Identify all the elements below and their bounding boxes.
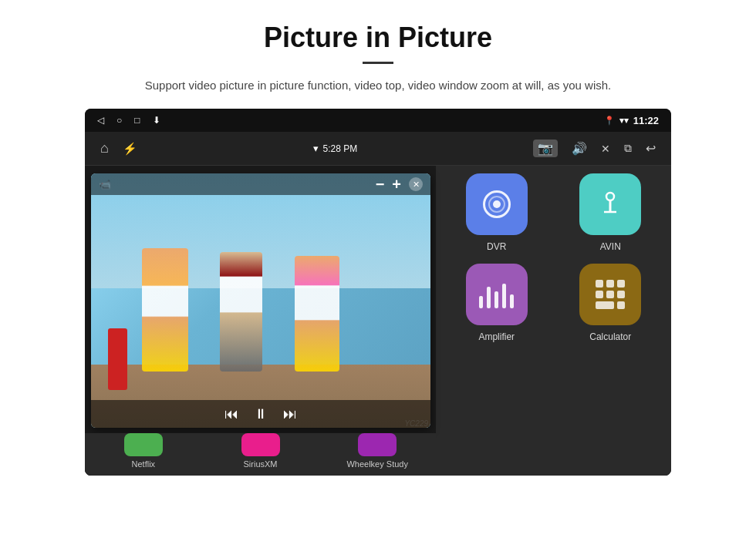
close-window-icon[interactable]: ✕ <box>601 143 610 155</box>
wifi-nav-icon: ▾ <box>313 143 319 154</box>
amplifier-label: Amplifier <box>478 331 515 342</box>
avin-icon <box>579 173 641 235</box>
calc-key-wide <box>596 301 614 309</box>
person-3 <box>295 256 339 372</box>
title-divider <box>363 62 393 64</box>
avin-svg <box>596 190 624 218</box>
status-time: 11:22 <box>633 115 659 126</box>
app-label-wheelkey: Wheelkey Study <box>319 433 436 476</box>
page-title: Picture in Picture <box>46 22 710 54</box>
pip-area: 📹 − + ✕ <box>85 166 436 476</box>
home-nav-icon[interactable]: ○ <box>116 115 122 126</box>
amp-bar-5 <box>510 294 514 308</box>
apps-grid: DVR AVIN <box>436 166 671 476</box>
dvr-icon-inner <box>483 190 511 218</box>
pip-prev-button[interactable]: ⏮ <box>224 406 238 422</box>
camera-icon[interactable]: 📷 <box>533 140 558 157</box>
calc-key-7 <box>617 301 625 309</box>
pip-next-button[interactable]: ⏭ <box>283 406 297 422</box>
pip-minimize-button[interactable]: − <box>376 177 385 192</box>
dvr-dot <box>493 200 501 208</box>
calc-key-2 <box>606 280 614 287</box>
pip-maximize-button[interactable]: + <box>392 177 401 192</box>
amp-bar-4 <box>502 284 506 308</box>
pip-controls-top: − + ✕ <box>376 177 423 192</box>
calc-key-3 <box>617 280 625 287</box>
app-item-avin[interactable]: AVIN <box>562 173 660 252</box>
pip-close-icon: ✕ <box>413 180 420 190</box>
nav-bar: ⌂ ⚡ ▾ 5:28 PM 📷 🔊 ✕ ⧉ ↩ <box>85 132 671 166</box>
app-item-calculator[interactable]: Calculator <box>562 264 660 342</box>
main-content: 📹 − + ✕ <box>85 166 671 476</box>
amplifier-icon <box>466 264 528 325</box>
video-thumbnail <box>91 173 430 428</box>
amp-icon-inner <box>479 281 514 308</box>
svg-point-0 <box>606 193 614 200</box>
calc-key-4 <box>596 291 603 298</box>
calculator-label: Calculator <box>589 331 631 342</box>
pip-window[interactable]: 📹 − + ✕ <box>91 173 430 428</box>
app-label-netflix: Netflix <box>85 433 202 476</box>
device-frame: ◁ ○ □ ⬇ 📍 ▾▾ 11:22 ⌂ ⚡ ▾ 5:28 PM 📷 🔊 ✕ ⧉… <box>85 109 671 476</box>
calc-key-1 <box>596 280 603 287</box>
usb-icon[interactable]: ⚡ <box>123 142 137 156</box>
back-nav-icon[interactable]: ◁ <box>97 115 104 126</box>
app-item-dvr[interactable]: DVR <box>447 173 546 252</box>
pip-pause-button[interactable]: ⏸ <box>254 406 268 422</box>
nav-time: 5:28 PM <box>323 143 358 154</box>
pip-icon[interactable]: ⧉ <box>624 142 632 155</box>
app-item-amplifier[interactable]: Amplifier <box>447 264 546 342</box>
download-icon: ⬇ <box>153 115 160 126</box>
back-icon[interactable]: ↩ <box>646 141 656 156</box>
nav-left: ⌂ ⚡ <box>100 140 137 156</box>
person-1 <box>142 248 188 372</box>
calc-icon-inner <box>592 277 628 312</box>
status-bar-right: 📍 ▾▾ 11:22 <box>604 115 659 126</box>
volume-icon[interactable]: 🔊 <box>572 141 587 156</box>
home-icon[interactable]: ⌂ <box>100 140 109 156</box>
dvr-icon <box>466 173 528 235</box>
left-app-labels: Netflix SiriusXM Wheelkey Study <box>85 433 436 476</box>
dvr-circle <box>483 190 511 218</box>
wifi-status-icon: ▾▾ <box>619 116 629 126</box>
amp-bar-1 <box>479 296 483 308</box>
status-bar-left: ◁ ○ □ ⬇ <box>97 115 160 126</box>
pip-bottom-bar: ⏮ ⏸ ⏭ <box>91 400 430 428</box>
recents-nav-icon[interactable]: □ <box>134 115 140 126</box>
amp-bar-3 <box>494 291 498 308</box>
person-2 <box>220 252 262 372</box>
pip-close-button[interactable]: ✕ <box>409 177 423 191</box>
pip-top-bar: 📹 − + ✕ <box>91 173 430 195</box>
calc-key-5 <box>606 291 614 298</box>
avin-label: AVIN <box>600 241 621 252</box>
page-header: Picture in Picture Support video picture… <box>0 0 756 109</box>
location-icon: 📍 <box>604 116 615 126</box>
avin-icon-inner <box>596 190 624 218</box>
app-label-siriusxm: SiriusXM <box>202 433 319 476</box>
pip-camera-icon: 📹 <box>99 179 111 190</box>
status-bar: ◁ ○ □ ⬇ 📍 ▾▾ 11:22 <box>85 109 671 132</box>
nav-right: 📷 🔊 ✕ ⧉ ↩ <box>533 140 656 157</box>
calc-key-6 <box>617 291 625 298</box>
red-element <box>108 328 127 390</box>
nav-center: ▾ 5:28 PM <box>313 143 358 154</box>
calculator-icon <box>579 264 641 325</box>
dvr-label: DVR <box>487 241 506 252</box>
page-description: Support video picture in picture functio… <box>46 76 710 95</box>
amp-bar-2 <box>487 287 491 308</box>
